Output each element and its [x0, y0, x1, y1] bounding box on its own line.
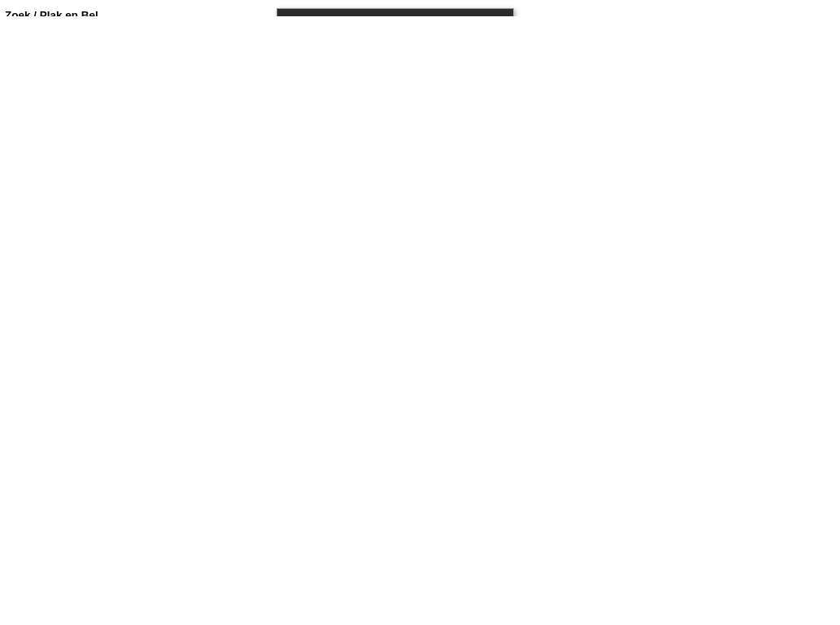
annotation-search: Zoek / Plak en Bel Zoek, copy-paste of p…	[5, 8, 200, 16]
app-panel: Callvoip ZOEK / PLAK EN BEL 202.TIJDHOFC…	[276, 8, 514, 16]
app-header: Callvoip	[277, 9, 513, 16]
